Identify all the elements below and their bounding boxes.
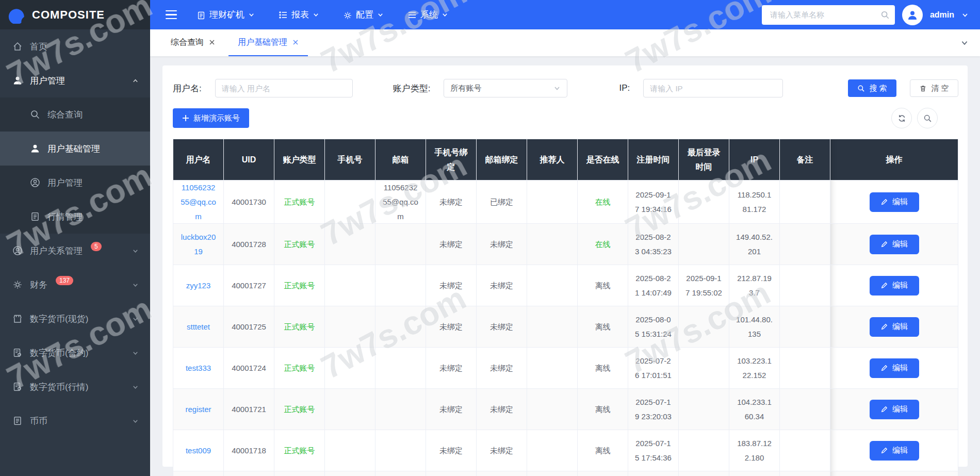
sidebar-item-6[interactable]: 数字货币(合约): [0, 336, 150, 370]
user-circle-icon: [12, 245, 23, 256]
cell-email: [375, 430, 426, 471]
cell-uid: 40001727: [224, 265, 274, 306]
cell-reg-time: 2025-09-17 19:34:16: [628, 180, 679, 224]
sidebar-subitem-2[interactable]: 用户基础管理: [0, 132, 150, 166]
clear-button[interactable]: 清 空: [910, 79, 958, 97]
gear-icon: [343, 10, 352, 20]
cell-referrer: [527, 430, 578, 471]
nav-menu-3[interactable]: 配置: [343, 9, 384, 21]
table-row: zyy12340001727正式账号未绑定未绑定离线2025-08-21 14:…: [173, 265, 958, 306]
cell-actions: 编辑: [830, 430, 958, 471]
search-button[interactable]: 搜 索: [848, 79, 896, 97]
close-icon[interactable]: [209, 39, 215, 45]
nav-menu-1[interactable]: 理财矿机: [197, 9, 255, 21]
cell-phone-bind: 未绑定: [426, 348, 477, 389]
pencil-icon: [880, 323, 888, 331]
username-link[interactable]: test009: [186, 446, 211, 455]
column-header: UID: [224, 139, 274, 180]
table-row: 2025-07-12025-07-1175.11.89.编辑: [173, 471, 958, 476]
doc-icon: [197, 10, 206, 20]
cell-phone: [325, 265, 375, 306]
username-link[interactable]: test333: [186, 364, 211, 372]
cell-type: 正式账号: [274, 180, 325, 224]
hamburger-icon[interactable]: [166, 10, 177, 20]
avatar[interactable]: [902, 5, 923, 25]
pencil-icon: [880, 405, 888, 413]
sidebar-item-8[interactable]: 币币: [0, 404, 150, 438]
add-demo-account-button[interactable]: 新增演示账号: [173, 108, 249, 128]
edit-button[interactable]: 编辑: [870, 235, 919, 254]
cell-email-bind: 未绑定: [477, 265, 527, 306]
chevron-down-icon: [132, 418, 139, 424]
edit-button[interactable]: 编辑: [870, 441, 919, 461]
sidebar-subitem-4[interactable]: 行情管理: [0, 200, 150, 234]
edit-button[interactable]: 编辑: [870, 192, 919, 212]
username-link[interactable]: register: [185, 405, 211, 414]
tab-label: 综合查询: [171, 37, 204, 48]
sidebar-item-5[interactable]: 数字货币(现货): [0, 302, 150, 336]
nav-menu-label: 配置: [356, 9, 373, 21]
edit-button[interactable]: 编辑: [870, 358, 919, 378]
ip-input[interactable]: [643, 79, 783, 97]
cell-type: 正式账号: [274, 306, 325, 348]
cell-phone: [325, 348, 375, 389]
edit-button-label: 编辑: [892, 404, 908, 414]
cell-uid: 40001730: [224, 180, 274, 224]
sidebar: COMPOSITE 首页用户管理综合查询用户基础管理用户管理行情管理用户关系管理…: [0, 0, 150, 476]
nav-menu-4[interactable]: 系统: [407, 9, 448, 21]
tabs-dropdown-icon[interactable]: [949, 29, 980, 56]
user-name[interactable]: admin: [930, 10, 954, 20]
sidebar-item-3[interactable]: 用户关系管理5: [0, 234, 150, 268]
username-input[interactable]: [215, 79, 353, 97]
cell-username: test009: [173, 430, 224, 471]
cell-actions: 编辑: [830, 471, 958, 476]
sidebar-subitem-1[interactable]: 综合查询: [0, 97, 150, 132]
username-link[interactable]: 1105623255@qq.com: [181, 183, 216, 221]
tab-2[interactable]: 用户基础管理: [228, 29, 308, 56]
username-link[interactable]: stttetet: [187, 322, 210, 331]
tab-1[interactable]: 综合查询: [161, 29, 224, 56]
content-card: 用户名: 账户类型: 所有账号 IP: 搜 索: [162, 65, 968, 467]
sidebar-item-label: 用户关系管理: [30, 245, 83, 257]
edit-button[interactable]: 编辑: [870, 317, 919, 337]
account-type-value: 所有账号: [450, 84, 481, 93]
home-icon: [12, 41, 23, 52]
menu-search-input[interactable]: [769, 10, 880, 20]
search-icon[interactable]: [880, 10, 890, 20]
pencil-icon: [880, 240, 888, 248]
sidebar-item-4[interactable]: 财务137: [0, 268, 150, 302]
account-type-select[interactable]: 所有账号: [444, 79, 567, 97]
table-search-button[interactable]: [917, 108, 938, 128]
cell-referrer: [527, 224, 578, 265]
table-row: test00940001718正式账号未绑定未绑定离线2025-07-15 17…: [173, 430, 958, 471]
cell-last-login: 2025-07-1: [679, 471, 729, 476]
cell-type: [274, 471, 325, 476]
sidebar-item-1[interactable]: 首页: [0, 29, 150, 63]
cell-referrer: [527, 348, 578, 389]
chevron-down-icon[interactable]: [961, 11, 969, 19]
cell-uid: 40001728: [224, 224, 274, 265]
cell-phone-bind: 未绑定: [426, 180, 477, 224]
edit-button-label: 编辑: [892, 446, 908, 455]
close-icon[interactable]: [292, 39, 299, 45]
refresh-button[interactable]: [891, 108, 912, 128]
sidebar-subitem-3[interactable]: 用户管理: [0, 166, 150, 200]
nav-menu-2[interactable]: 报表: [279, 9, 319, 21]
username-link[interactable]: zyy123: [186, 281, 211, 290]
column-header: 手机号绑定: [426, 139, 477, 180]
username-link[interactable]: luckbox2019: [181, 233, 216, 256]
cell-note: [780, 265, 830, 306]
filter-bar: 用户名: 账户类型: 所有账号 IP: 搜 索: [173, 79, 958, 97]
sidebar-item-7[interactable]: 数字货币(行情): [0, 370, 150, 404]
sidebar-subitem-label: 综合查询: [47, 109, 83, 121]
doc-icon: [30, 211, 40, 222]
search-icon: [857, 85, 865, 92]
cell-ip: 183.87.122.180: [729, 430, 780, 471]
sidebar-item-2[interactable]: 用户管理: [0, 63, 150, 97]
cell-note: [780, 224, 830, 265]
cell-last-login: [679, 348, 729, 389]
edit-button[interactable]: 编辑: [870, 276, 919, 296]
cell-uid: [224, 471, 274, 476]
edit-button[interactable]: 编辑: [870, 400, 919, 419]
cell-actions: 编辑: [830, 224, 958, 265]
